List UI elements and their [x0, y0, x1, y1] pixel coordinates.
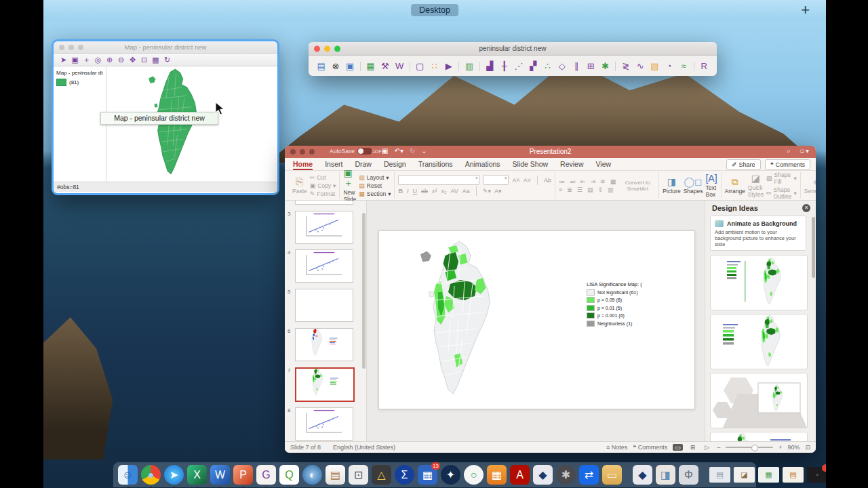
zoom-slider-knob[interactable]: [751, 445, 758, 451]
category-editor-icon[interactable]: ▥: [462, 61, 476, 71]
downloads-folder-icon[interactable]: ▭: [602, 465, 622, 485]
zoom-out-button[interactable]: –: [717, 444, 720, 451]
language-indicator[interactable]: English (United States): [333, 444, 395, 451]
spatial-analysis-icon[interactable]: ▧: [648, 61, 662, 71]
moran-scatter-icon[interactable]: ≷: [618, 61, 633, 71]
minimize-button[interactable]: [324, 45, 330, 52]
notes-icon[interactable]: ▤: [326, 465, 345, 485]
qgis-icon[interactable]: Q: [279, 465, 299, 485]
zoom-in-icon[interactable]: ⊕: [104, 54, 115, 66]
thumbnail-slide-6[interactable]: [295, 328, 353, 361]
picture-button[interactable]: ◨ Picture: [663, 177, 680, 195]
geoda-titlebar[interactable]: peninsular district new: [309, 42, 717, 56]
convert-smartart-button[interactable]: Convert to SmartArt: [620, 180, 655, 192]
highlight-pen-icon[interactable]: ✎▾: [483, 188, 491, 195]
tab-home[interactable]: Home: [293, 159, 313, 170]
open-project-icon[interactable]: ▤: [314, 61, 328, 71]
comments-statusbar-button[interactable]: ❝ Comments: [633, 444, 667, 451]
thumbnail-scrollbar[interactable]: [362, 213, 366, 369]
bird-app-icon[interactable]: ✦: [441, 465, 460, 485]
layout-button[interactable]: ▥Layout▾: [359, 174, 391, 181]
minimized-dark-window[interactable]: ▪!: [807, 467, 826, 483]
design-suggestion-1[interactable]: [710, 255, 808, 310]
map-movie-icon[interactable]: ▶: [441, 61, 456, 71]
glyph-button[interactable]: ≡: [559, 186, 562, 193]
section-button[interactable]: ▦Section▾: [359, 190, 391, 197]
glyph-button[interactable]: ≋: [600, 178, 606, 185]
glyph-button[interactable]: ≣: [567, 186, 572, 193]
teamviewer-icon[interactable]: ⇄: [579, 465, 599, 485]
reset-button[interactable]: ▤Reset: [359, 182, 391, 189]
current-slide[interactable]: LISA Significance Map: ( Not Significant…: [378, 230, 695, 409]
excel-icon[interactable]: X: [187, 465, 207, 485]
glyph-button[interactable]: x²: [432, 188, 437, 195]
clusters-icon[interactable]: ✱: [598, 61, 612, 71]
glyph-button[interactable]: ≕: [570, 178, 576, 185]
invert-select-icon[interactable]: ▣: [69, 54, 81, 66]
glyph-button[interactable]: x₂: [441, 188, 446, 195]
new-slide-button[interactable]: ▣＋ New Slide: [343, 168, 356, 203]
decrease-font-icon[interactable]: A˅: [524, 177, 531, 184]
design-panel-scrollbar[interactable]: [812, 217, 815, 278]
normal-view-button[interactable]: ▭: [673, 444, 683, 451]
zoom-out-icon[interactable]: ⊖: [115, 54, 127, 66]
histogram-icon[interactable]: ▟: [483, 61, 497, 71]
boxplot-icon[interactable]: ╂: [497, 61, 511, 71]
map-window-titlebar[interactable]: Map - peninsular district new: [54, 41, 277, 54]
tab-draw[interactable]: Draw: [355, 159, 372, 170]
tab-design[interactable]: Design: [384, 159, 406, 170]
thumbnail-slide-2[interactable]: [295, 201, 353, 205]
automator-icon[interactable]: Φ: [679, 465, 698, 485]
powerpoint-titlebar[interactable]: AutoSave OFF ⌂ ▣ ↶▾ ↻ ⌄ Presentation2 ⌕ …: [285, 146, 816, 158]
system-gear-icon[interactable]: ✱: [556, 465, 576, 485]
zoom-button[interactable]: [334, 45, 340, 52]
shape-fill-button[interactable]: ▨Shape Fill▾: [766, 171, 797, 185]
arrange-button[interactable]: ⧉ Arrange: [725, 177, 745, 195]
save-project-icon[interactable]: ▣: [343, 61, 357, 71]
bubble-chart-icon[interactable]: ∴: [540, 61, 555, 71]
shape-outline-button[interactable]: ✏Shape Outline▾: [766, 186, 797, 200]
glyph-button[interactable]: I: [407, 188, 409, 195]
slide-canvas[interactable]: LISA Significance Map: ( Not Significant…: [367, 201, 705, 442]
rings-app-icon[interactable]: ○: [464, 465, 484, 485]
fit-slide-button[interactable]: ⊡: [805, 444, 810, 451]
text-box-button[interactable]: [A] Text Box: [705, 174, 717, 198]
thumbnail-slide-4[interactable]: [295, 249, 353, 283]
thumbnail-slide-5[interactable]: [295, 289, 353, 322]
time-editor-icon[interactable]: ◔: [662, 61, 676, 71]
sensitivity-button[interactable]: ◈ Sensitivity: [804, 177, 816, 195]
copy-button[interactable]: ▣Copy▾: [310, 182, 336, 189]
chrome-icon[interactable]: ●: [141, 465, 161, 485]
zoom-in-button[interactable]: +: [778, 444, 782, 451]
lisa-map-legend[interactable]: LISA Significance Map: ( Not Significant…: [587, 281, 692, 327]
spss-icon[interactable]: Σ: [395, 465, 414, 485]
screenshot-icon[interactable]: ⊡: [349, 465, 368, 485]
glyph-button[interactable]: ab: [421, 188, 428, 195]
close-button[interactable]: [314, 45, 320, 52]
cartogram-icon[interactable]: ∷: [427, 61, 441, 71]
3d-scatter-icon[interactable]: ◇: [555, 61, 569, 71]
thumbnail-slide-7-selected[interactable]: [295, 367, 355, 402]
space-desktop-pill[interactable]: Desktop: [411, 4, 458, 16]
font-name-select[interactable]: [398, 175, 479, 185]
close-design-ideas-icon[interactable]: ✕: [802, 204, 810, 212]
safari-icon[interactable]: ➤: [164, 465, 184, 485]
virtualbox-vm-icon[interactable]: ◆: [633, 465, 652, 485]
image-viewer-icon[interactable]: ◨: [656, 465, 675, 485]
acrobat-icon[interactable]: A: [510, 465, 530, 485]
font-size-select[interactable]: [483, 175, 509, 185]
full-extent-icon[interactable]: ⊡: [138, 54, 150, 66]
glyph-button[interactable]: ☰: [577, 186, 583, 193]
glyph-button[interactable]: Aa: [462, 188, 470, 195]
zoom-slider[interactable]: [726, 447, 773, 448]
close-project-icon[interactable]: ⊗: [328, 61, 342, 71]
glyph-button[interactable]: ≔: [559, 178, 565, 185]
pan-icon[interactable]: ✥: [127, 54, 138, 66]
lisa-significance-map[interactable]: [412, 239, 513, 402]
font-color-icon[interactable]: A▾: [494, 188, 502, 195]
increase-font-icon[interactable]: A˄: [512, 177, 519, 184]
minimize-button[interactable]: [68, 45, 74, 50]
minimized-finder-window[interactable]: ▤: [709, 467, 730, 483]
word-icon[interactable]: W: [210, 465, 230, 485]
base-layer-icon[interactable]: ◎: [92, 54, 104, 66]
